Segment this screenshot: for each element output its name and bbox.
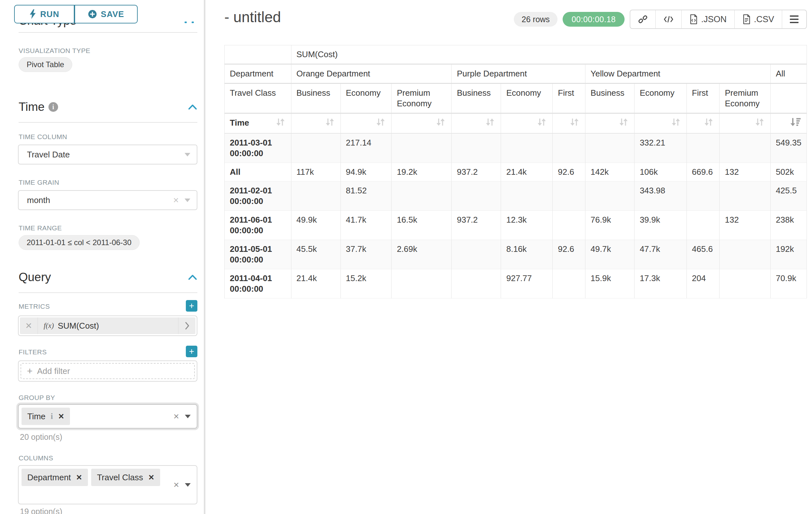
time-column-select[interactable]: Travel Date: [18, 144, 197, 164]
filters-label: FILTERS: [19, 348, 47, 356]
chevron-up-icon[interactable]: [188, 274, 197, 280]
sort-toggle-icon[interactable]: [324, 117, 336, 129]
pivot-cell: 21.4k: [291, 269, 341, 298]
clear-icon[interactable]: ×: [173, 480, 179, 490]
pivot-table: SUM(Cost)DepartmentOrange DepartmentPurp…: [224, 45, 807, 298]
pivot-cell: 45.5k: [291, 240, 341, 269]
sort-toggle-icon[interactable]: [275, 117, 286, 129]
pivot-row-header: 2011-05-01 00:00:00: [225, 240, 291, 269]
export-json-button[interactable]: .JSON: [682, 10, 734, 28]
remove-tag-icon[interactable]: ✕: [148, 473, 154, 482]
metric-pill[interactable]: ✕ f(x) SUM(Cost): [20, 317, 196, 334]
pivot-subcolumn-header: Premium Economy: [720, 84, 771, 114]
sort-toggle-icon-cell[interactable]: [553, 114, 585, 134]
sort-descending-icon-cell[interactable]: [771, 114, 807, 134]
pivot-column-dimension-label: Department: [225, 64, 291, 84]
sort-toggle-icon[interactable]: [375, 117, 386, 129]
pivot-cell: [452, 182, 501, 211]
group-by-select[interactable]: Timei✕ ×: [18, 404, 197, 429]
pivot-cell: [392, 134, 452, 163]
pivot-cell: [501, 134, 553, 163]
chart-menu-button[interactable]: [782, 10, 806, 28]
pivot-cell: [553, 269, 585, 298]
dimension-tag[interactable]: Travel Class✕: [91, 469, 160, 486]
viz-type-pill[interactable]: Pivot Table: [19, 57, 72, 72]
add-metric-button[interactable]: +: [186, 300, 197, 312]
remove-tag-icon[interactable]: ✕: [76, 473, 82, 482]
plus-circle-icon: [88, 10, 97, 19]
sort-toggle-icon[interactable]: [569, 117, 580, 129]
pivot-cell: [392, 269, 452, 298]
time-column-label: TIME COLUMN: [19, 133, 67, 141]
dimension-tag[interactable]: Department✕: [22, 469, 88, 486]
sort-toggle-icon[interactable]: [670, 117, 682, 129]
expand-metric-icon[interactable]: [178, 317, 196, 334]
copy-link-button[interactable]: [630, 10, 656, 28]
sort-toggle-icon[interactable]: [536, 117, 547, 129]
clear-icon[interactable]: ×: [173, 411, 179, 421]
pivot-cell: [501, 182, 553, 211]
superset-explore-view: Chart Type RUN SAVE VISUALIZATION TYPE P: [0, 0, 812, 514]
pivot-subcolumn-header: First: [687, 84, 720, 114]
chart-title[interactable]: - untitled: [224, 8, 281, 26]
sort-toggle-icon-cell[interactable]: [720, 114, 771, 134]
chevron-up-icon[interactable]: [188, 104, 197, 110]
time-grain-label: TIME GRAIN: [19, 179, 59, 186]
row-count-badge: 26 rows: [514, 12, 557, 27]
pivot-row: 2011-04-01 00:00:0021.4k15.2k927.7715.9k…: [225, 269, 807, 298]
pivot-subcolumn-header: Business: [452, 84, 501, 114]
remove-tag-icon[interactable]: ✕: [58, 412, 64, 421]
sort-toggle-icon-cell[interactable]: [687, 114, 720, 134]
tag-label: Department: [27, 472, 71, 483]
pivot-cell: 37.7k: [341, 240, 392, 269]
add-filter-plus-button[interactable]: +: [186, 346, 197, 357]
remove-metric-icon[interactable]: ✕: [20, 317, 38, 334]
export-button-group: .JSON .CSV: [630, 10, 807, 29]
pivot-cell: 937.2: [452, 211, 501, 240]
collapse-chevron-fragment-icon: [184, 22, 187, 23]
embed-code-button[interactable]: [656, 10, 682, 28]
tag-label: Travel Class: [97, 472, 143, 483]
run-button[interactable]: RUN: [14, 5, 75, 23]
sort-toggle-icon[interactable]: [435, 117, 446, 129]
pivot-subcolumn-header: Economy: [341, 84, 392, 114]
columns-select[interactable]: Department✕Travel Class✕ ×: [18, 465, 197, 504]
sort-toggle-icon-cell[interactable]: [392, 114, 452, 134]
sort-toggle-icon-cell[interactable]: [635, 114, 687, 134]
group-by-options-hint: 20 option(s): [20, 432, 62, 442]
sort-toggle-icon[interactable]: [618, 117, 629, 129]
pivot-column-group-header: Orange Department: [291, 64, 452, 84]
sort-toggle-icon-cell[interactable]: [452, 114, 501, 134]
save-button[interactable]: SAVE: [75, 5, 138, 23]
time-section-header: Time i: [19, 100, 197, 114]
lightning-icon: [29, 9, 36, 19]
pivot-cell: 465.6: [687, 240, 720, 269]
pivot-cell: 70.9k: [771, 269, 807, 298]
pivot-cell: [452, 240, 501, 269]
sort-toggle-icon-cell[interactable]: [585, 114, 635, 134]
export-csv-button[interactable]: .CSV: [734, 10, 782, 28]
pivot-subcolumn-header: Business: [585, 84, 635, 114]
sort-toggle-icon[interactable]: [703, 117, 714, 129]
sort-toggle-icon-cell[interactable]: [341, 114, 392, 134]
pivot-row-header: All: [225, 163, 291, 182]
sort-toggle-icon[interactable]: [485, 117, 496, 129]
sort-toggle-icon[interactable]: [754, 117, 765, 129]
sort-toggle-icon-cell[interactable]: [291, 114, 341, 134]
dimension-tag[interactable]: Timei✕: [22, 408, 70, 425]
sort-toggle-icon-cell[interactable]: [501, 114, 553, 134]
pivot-metric-header: SUM(Cost): [291, 45, 807, 64]
pivot-row: 2011-02-01 00:00:0081.52343.98425.5: [225, 182, 807, 211]
add-filter-dropzone[interactable]: + Add filter: [21, 363, 195, 379]
time-range-pill[interactable]: 2011-01-01 ≤ col < 2011-06-30: [19, 235, 140, 250]
pivot-cell: 19.2k: [392, 163, 452, 182]
pivot-cell: 47.7k: [635, 240, 687, 269]
clear-icon[interactable]: ×: [173, 195, 179, 205]
pivot-subcolumn-header: [771, 84, 807, 114]
pivot-cell: 117k: [291, 163, 341, 182]
pivot-row: 2011-05-01 00:00:0045.5k37.7k2.69k8.16k9…: [225, 240, 807, 269]
sort-descending-icon[interactable]: [789, 117, 802, 129]
pivot-cell: 502k: [771, 163, 807, 182]
time-grain-select[interactable]: month ×: [18, 190, 197, 210]
time-range-label: TIME RANGE: [19, 224, 62, 232]
